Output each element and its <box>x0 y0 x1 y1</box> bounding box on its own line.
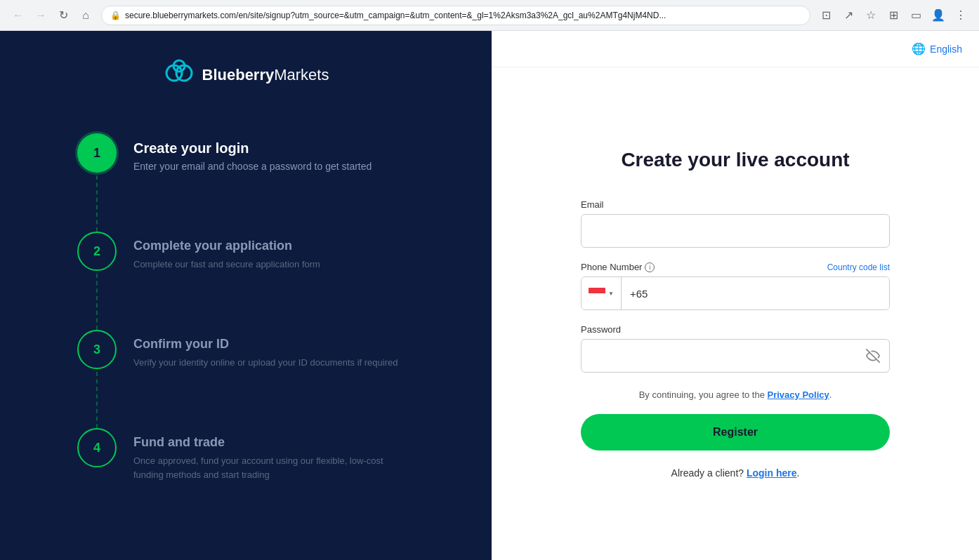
step-2-desc: Complete our fast and secure application… <box>133 258 320 272</box>
privacy-text-after: . <box>829 389 832 400</box>
form-container: Create your live account Email Phone Num… <box>525 67 946 560</box>
password-input[interactable] <box>581 339 890 373</box>
bookmark-button[interactable]: ☆ <box>861 6 881 25</box>
step-2-content: Complete your application Complete our f… <box>133 232 320 272</box>
steps-container: 1 Create your login Enter your email and… <box>77 133 414 481</box>
step-1-content: Create your login Enter your email and c… <box>133 133 372 172</box>
register-button[interactable]: Register <box>581 414 890 451</box>
login-text-before: Already a client? <box>671 467 747 479</box>
country-dropdown-arrow: ▼ <box>608 291 614 297</box>
step-4-left: 4 <box>77 428 117 467</box>
phone-number-input[interactable] <box>622 277 889 309</box>
phone-label-text: Phone Number <box>581 262 642 272</box>
password-toggle-button[interactable] <box>866 349 880 363</box>
step-3-title: Confirm your ID <box>133 337 397 352</box>
main-content: BlueberryMarkets 1 Create your login Ent… <box>0 31 979 560</box>
step-4: 4 Fund and trade Once approved, fund you… <box>77 428 414 481</box>
language-label: English <box>930 44 962 55</box>
step-4-title: Fund and trade <box>133 435 414 450</box>
step-3-circle: 3 <box>77 330 117 369</box>
step-1-left: 1 <box>77 133 117 232</box>
logo-bold: Blueberry <box>202 66 275 84</box>
screenshot-button[interactable]: ⊡ <box>816 6 836 25</box>
phone-info-icon[interactable]: i <box>645 262 655 272</box>
step-1: 1 Create your login Enter your email and… <box>77 133 414 232</box>
privacy-text: By continuing, you agree to the Privacy … <box>639 389 832 400</box>
logo-container: BlueberryMarkets <box>163 59 329 91</box>
email-input[interactable] <box>581 214 890 248</box>
country-code-link[interactable]: Country code list <box>827 262 890 272</box>
eye-off-icon <box>866 349 880 363</box>
toolbar-actions: ⊡ ↗ ☆ ⊞ ▭ 👤 ⋮ <box>816 6 971 25</box>
back-button[interactable]: ← <box>8 6 28 25</box>
privacy-policy-link[interactable]: Privacy Policy <box>768 389 829 400</box>
password-label: Password <box>581 324 890 335</box>
step-2-circle: 2 <box>77 232 117 271</box>
browser-chrome: ← → ↻ ⌂ 🔒 secure.blueberrymarkets.com/en… <box>0 0 979 31</box>
lock-icon: 🔒 <box>110 11 121 20</box>
right-panel: 🌐 English Create your live account Email… <box>492 31 979 560</box>
password-wrapper <box>581 339 890 373</box>
step-2-line <box>96 274 98 330</box>
step-1-title: Create your login <box>133 140 372 156</box>
step-3-line <box>96 372 98 428</box>
menu-button[interactable]: ⋮ <box>951 6 971 25</box>
tab-manager-button[interactable]: ▭ <box>906 6 926 25</box>
email-label: Email <box>581 199 890 210</box>
language-selector[interactable]: 🌐 English <box>912 42 962 55</box>
login-text-after: . <box>797 467 800 479</box>
step-3-desc: Verify your identity online or upload yo… <box>133 356 397 370</box>
forward-button[interactable]: → <box>31 6 51 25</box>
email-group: Email <box>581 199 890 248</box>
step-1-line <box>96 175 98 232</box>
step-1-circle: 1 <box>77 133 117 173</box>
right-header: 🌐 English <box>492 31 979 67</box>
address-bar[interactable]: 🔒 secure.blueberrymarkets.com/en/site/si… <box>101 6 810 25</box>
phone-input-wrapper: ▼ <box>581 276 890 310</box>
step-2: 2 Complete your application Complete our… <box>77 232 414 330</box>
form-title: Create your live account <box>621 149 849 171</box>
country-selector[interactable]: ▼ <box>582 277 622 309</box>
logo-text: BlueberryMarkets <box>202 66 329 84</box>
nav-buttons: ← → ↻ ⌂ <box>8 6 96 25</box>
profile-button[interactable]: 👤 <box>928 6 948 25</box>
step-3-left: 3 <box>77 330 117 428</box>
singapore-flag <box>589 288 605 299</box>
password-group: Password <box>581 324 890 373</box>
step-3: 3 Confirm your ID Verify your identity o… <box>77 330 414 428</box>
step-2-left: 2 <box>77 232 117 330</box>
step-2-title: Complete your application <box>133 239 320 253</box>
logo-icon <box>163 59 195 91</box>
globe-icon: 🌐 <box>912 42 926 55</box>
left-panel: BlueberryMarkets 1 Create your login Ent… <box>0 31 492 560</box>
login-text: Already a client? Login here. <box>671 467 800 479</box>
privacy-text-before: By continuing, you agree to the <box>639 389 768 400</box>
phone-group: Phone Number i Country code list ▼ <box>581 262 890 310</box>
step-4-desc: Once approved, fund your account using o… <box>133 454 414 481</box>
logo-light: Markets <box>274 66 329 84</box>
step-4-content: Fund and trade Once approved, fund your … <box>133 428 414 481</box>
login-link[interactable]: Login here <box>747 467 797 479</box>
phone-label: Phone Number i <box>581 262 655 272</box>
step-1-desc: Enter your email and choose a password t… <box>133 161 372 172</box>
phone-label-row: Phone Number i Country code list <box>581 262 890 272</box>
step-4-circle: 4 <box>77 428 117 467</box>
address-text: secure.blueberrymarkets.com/en/site/sign… <box>125 11 666 20</box>
share-button[interactable]: ↗ <box>839 6 858 25</box>
step-3-content: Confirm your ID Verify your identity onl… <box>133 330 397 370</box>
home-button[interactable]: ⌂ <box>76 6 96 25</box>
extensions-button[interactable]: ⊞ <box>883 6 903 25</box>
reload-button[interactable]: ↻ <box>53 6 73 25</box>
